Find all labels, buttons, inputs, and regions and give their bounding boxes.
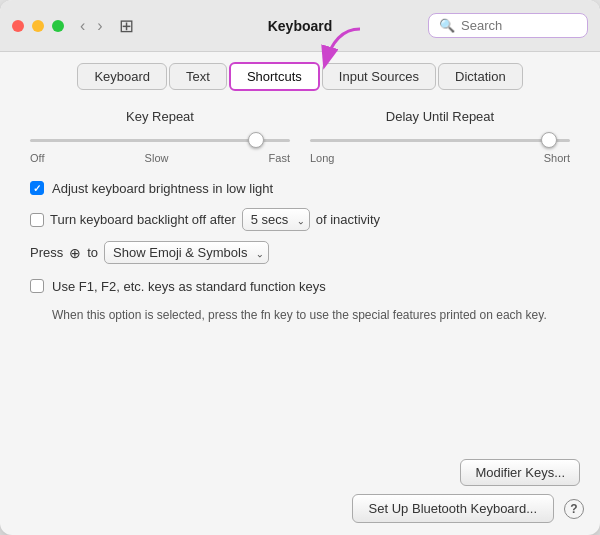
key-repeat-max: Fast bbox=[269, 152, 290, 164]
fn-keys-checkbox[interactable] bbox=[30, 279, 44, 293]
footer: Set Up Bluetooth Keyboard... ? bbox=[0, 486, 600, 535]
globe-action-select-wrapper: Show Emoji & Symbols bbox=[104, 241, 269, 264]
tab-shortcuts[interactable]: Shortcuts bbox=[229, 62, 320, 91]
delay-repeat-min: Long bbox=[310, 152, 334, 164]
delay-repeat-label: Delay Until Repeat bbox=[310, 109, 570, 124]
tab-keyboard[interactable]: Keyboard bbox=[77, 63, 167, 90]
sliders-section: Key Repeat Off Slow Fast Delay Until Rep… bbox=[30, 109, 570, 164]
brightness-checkbox[interactable] bbox=[30, 181, 44, 195]
backlight-prefix: Turn keyboard backlight off after bbox=[50, 211, 236, 229]
traffic-lights bbox=[12, 20, 64, 32]
grid-icon: ⊞ bbox=[119, 15, 134, 37]
modifier-keys-button[interactable]: Modifier Keys... bbox=[460, 459, 580, 486]
delay-repeat-max: Short bbox=[544, 152, 570, 164]
search-box[interactable]: 🔍 bbox=[428, 13, 588, 38]
key-repeat-ticks: Off Slow Fast bbox=[30, 152, 290, 164]
key-repeat-min: Off bbox=[30, 152, 44, 164]
key-repeat-label: Key Repeat bbox=[30, 109, 290, 124]
delay-repeat-ticks: Long Short bbox=[310, 152, 570, 164]
delay-repeat-thumb[interactable] bbox=[541, 132, 557, 148]
press-globe-row: Press ⊕ to Show Emoji & Symbols bbox=[30, 241, 570, 264]
delay-repeat-track bbox=[310, 139, 570, 142]
press-globe-prefix: Press bbox=[30, 245, 63, 260]
backlight-checkbox[interactable] bbox=[30, 213, 44, 227]
tab-dictation[interactable]: Dictation bbox=[438, 63, 523, 90]
brightness-option-row: Adjust keyboard brightness in low light bbox=[30, 180, 570, 198]
help-button[interactable]: ? bbox=[564, 499, 584, 519]
key-repeat-track bbox=[30, 139, 290, 142]
press-globe-to: to bbox=[87, 245, 98, 260]
close-button[interactable] bbox=[12, 20, 24, 32]
key-repeat-group: Key Repeat Off Slow Fast bbox=[30, 109, 290, 164]
search-icon: 🔍 bbox=[439, 18, 455, 33]
globe-icon: ⊕ bbox=[69, 245, 81, 261]
forward-button[interactable]: › bbox=[93, 15, 106, 37]
delay-repeat-slider[interactable] bbox=[310, 130, 570, 150]
maximize-button[interactable] bbox=[52, 20, 64, 32]
brightness-label: Adjust keyboard brightness in low light bbox=[52, 180, 273, 198]
fn-keys-description: When this option is selected, press the … bbox=[52, 306, 570, 324]
delay-repeat-group: Delay Until Repeat Long Short bbox=[310, 109, 570, 164]
nav-buttons: ‹ › bbox=[76, 15, 107, 37]
back-button[interactable]: ‹ bbox=[76, 15, 89, 37]
tab-text[interactable]: Text bbox=[169, 63, 227, 90]
window-title: Keyboard bbox=[268, 18, 333, 34]
tab-input-sources[interactable]: Input Sources bbox=[322, 63, 436, 90]
globe-action-select[interactable]: Show Emoji & Symbols bbox=[104, 241, 269, 264]
minimize-button[interactable] bbox=[32, 20, 44, 32]
search-input[interactable] bbox=[461, 18, 577, 33]
bluetooth-keyboard-button[interactable]: Set Up Bluetooth Keyboard... bbox=[352, 494, 554, 523]
main-content: Key Repeat Off Slow Fast Delay Until Rep… bbox=[0, 99, 600, 451]
key-repeat-slider[interactable] bbox=[30, 130, 290, 150]
tabs-row: Keyboard Text Shortcuts Input Sources Di… bbox=[0, 52, 600, 99]
bottom-buttons: Modifier Keys... bbox=[0, 451, 600, 486]
backlight-row: Turn keyboard backlight off after 5 secs… bbox=[30, 208, 570, 231]
fn-keys-option-row: Use F1, F2, etc. keys as standard functi… bbox=[30, 278, 570, 296]
titlebar: ‹ › ⊞ Keyboard 🔍 bbox=[0, 0, 600, 52]
shortcuts-tab-container: Shortcuts bbox=[229, 62, 320, 91]
backlight-select[interactable]: 5 secs bbox=[242, 208, 310, 231]
key-repeat-mid: Slow bbox=[145, 152, 169, 164]
backlight-suffix: of inactivity bbox=[316, 211, 380, 229]
fn-keys-label: Use F1, F2, etc. keys as standard functi… bbox=[52, 278, 326, 296]
key-repeat-thumb[interactable] bbox=[248, 132, 264, 148]
backlight-select-wrapper: 5 secs bbox=[242, 208, 310, 231]
keyboard-preferences-window: ‹ › ⊞ Keyboard 🔍 Keyboard Text Shortcuts… bbox=[0, 0, 600, 535]
